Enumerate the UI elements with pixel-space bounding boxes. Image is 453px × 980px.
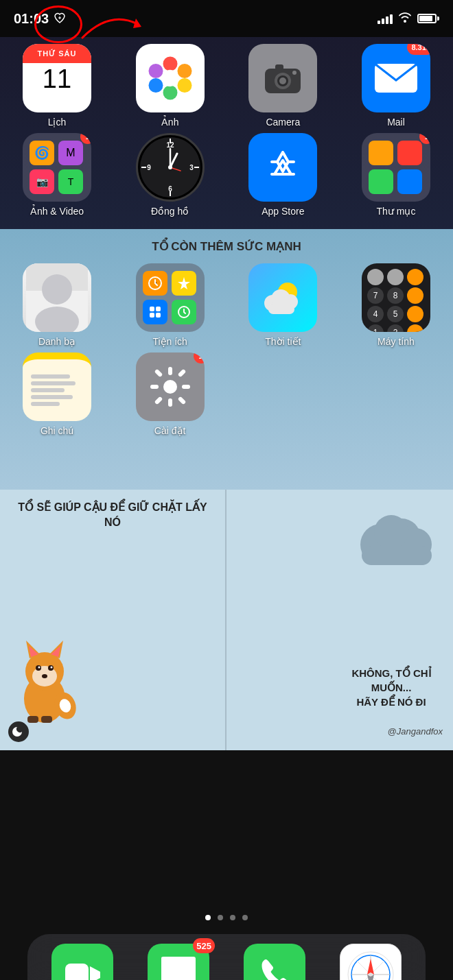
- dock-phone[interactable]: [244, 944, 305, 980]
- svg-point-6: [148, 64, 163, 78]
- dark-section: [0, 750, 453, 901]
- moon-logo: [8, 721, 29, 742]
- app-empty-2: [351, 352, 441, 436]
- svg-rect-51: [154, 396, 163, 405]
- camera-svg: [264, 62, 302, 95]
- facetime-icon[interactable]: [51, 944, 113, 980]
- settings-icon[interactable]: 1: [136, 352, 205, 421]
- app-contacts[interactable]: Danh bạ: [12, 263, 102, 347]
- page-dot-1[interactable]: [205, 915, 211, 920]
- app-photos[interactable]: Ảnh: [126, 44, 215, 128]
- mail-svg: [373, 62, 419, 94]
- svg-rect-73: [362, 546, 432, 565]
- app-camera[interactable]: Camera: [238, 44, 327, 128]
- appstore-label: App Store: [262, 206, 304, 217]
- calendar-day-num: 11: [43, 63, 71, 92]
- app-photo-video-folder[interactable]: 1 🌀 M 📷 T Ảnh & Video: [12, 133, 102, 217]
- svg-point-4: [163, 86, 177, 100]
- camera-icon[interactable]: [248, 44, 317, 112]
- weather-svg: [259, 277, 307, 318]
- page-dot-3[interactable]: [230, 915, 235, 920]
- signal-bar-3: [386, 16, 388, 24]
- svg-point-64: [38, 667, 40, 669]
- contacts-icon[interactable]: [23, 263, 91, 332]
- appstore-icon[interactable]: [248, 133, 317, 202]
- app-row-1: THỨ SÁU 11 Lịch: [12, 44, 441, 128]
- svg-rect-37: [156, 313, 161, 318]
- svg-marker-75: [90, 966, 100, 981]
- calendar-day-of-week: THỨ SÁU: [23, 44, 91, 63]
- time-text: 01:03: [14, 11, 49, 27]
- svg-rect-47: [150, 385, 159, 389]
- safari-icon[interactable]: [340, 944, 402, 980]
- app-utilities[interactable]: Tiện ích: [126, 263, 215, 347]
- app-row-1-container: THỨ SÁU 11 Lịch: [0, 37, 453, 229]
- contacts-label: Danh bạ: [38, 336, 76, 347]
- photos-icon[interactable]: [136, 44, 205, 112]
- dock-messages[interactable]: 525: [148, 944, 209, 980]
- dock-facetime[interactable]: [51, 944, 113, 980]
- svg-point-31: [42, 274, 72, 304]
- mail-icon[interactable]: 8.319: [362, 44, 430, 112]
- svg-rect-50: [177, 369, 186, 378]
- svg-point-3: [177, 78, 191, 93]
- app-clock[interactable]: 12 3 6 9: [126, 133, 215, 217]
- svg-point-2: [177, 64, 191, 78]
- clock-icon[interactable]: 12 3 6 9: [136, 133, 205, 202]
- app-row-4: Ghi chú 1: [12, 352, 441, 436]
- app-appstore[interactable]: App Store: [238, 133, 327, 217]
- settings-badge: 1: [194, 352, 205, 363]
- photo-video-folder-icon[interactable]: 1 🌀 M 📷 T: [23, 133, 91, 202]
- page-dot-2[interactable]: [218, 915, 223, 920]
- svg-rect-52: [177, 396, 186, 405]
- svg-text:3: 3: [189, 164, 194, 171]
- home-screen: THỨ SÁU 11 Lịch: [0, 37, 453, 980]
- svg-point-44: [163, 380, 177, 394]
- calculator-label: Máy tính: [378, 336, 415, 347]
- svg-point-13: [292, 71, 297, 75]
- mail-badge: 8.319: [407, 44, 430, 55]
- app-folder-thu-muc[interactable]: 1 Thư mục: [351, 133, 441, 217]
- app-row-3-container: Danh bạ: [0, 229, 453, 449]
- status-time: 01:03: [14, 11, 67, 27]
- svg-point-1: [163, 57, 177, 71]
- health-icon: [53, 12, 67, 26]
- photos-label: Ảnh: [161, 117, 179, 128]
- svg-rect-67: [27, 716, 38, 723]
- messages-badge: 525: [193, 938, 215, 953]
- app-notes[interactable]: Ghi chú: [12, 352, 102, 436]
- comic-right-text: KHÔNG, TỔ CHỈ MUỐN...HÃY ĐỂ NÓ ĐI: [336, 666, 446, 709]
- page-dot-4[interactable]: [242, 915, 248, 920]
- settings-label: Cài đặt: [154, 425, 186, 436]
- weather-label: Thời tiết: [265, 336, 301, 347]
- phone-screen: 01:03: [0, 0, 453, 980]
- app-calculator[interactable]: 7 8 4 5 1 2 Máy tính: [351, 263, 441, 347]
- settings-svg: [149, 366, 191, 408]
- calculator-icon[interactable]: 7 8 4 5 1 2: [362, 263, 430, 332]
- app-mail[interactable]: 8.319 Mail: [351, 44, 441, 128]
- mail-label: Mail: [387, 117, 405, 128]
- phone-svg: [257, 957, 292, 980]
- weather-icon[interactable]: [248, 263, 317, 332]
- calendar-icon[interactable]: THỨ SÁU 11: [23, 44, 91, 112]
- app-calendar[interactable]: THỨ SÁU 11 Lịch: [12, 44, 102, 128]
- calendar-label: Lịch: [48, 117, 67, 128]
- signal-bars: [378, 13, 393, 24]
- notes-icon[interactable]: [23, 352, 91, 421]
- contacts-svg: [26, 263, 88, 332]
- svg-point-27: [168, 165, 172, 169]
- thu-muc-icon[interactable]: 1: [362, 133, 430, 202]
- svg-point-11: [279, 77, 286, 84]
- utilities-icon[interactable]: [136, 263, 205, 332]
- wallpaper-middle: TỔ CÒN THÊM SỨC MẠNH: [0, 229, 453, 490]
- app-settings[interactable]: 1: [126, 352, 215, 436]
- app-empty-1: [238, 352, 327, 436]
- svg-rect-45: [168, 367, 172, 375]
- svg-rect-48: [182, 385, 190, 389]
- app-row-3: Danh bạ: [12, 263, 441, 347]
- svg-rect-35: [156, 307, 161, 311]
- status-right: [378, 12, 439, 25]
- phone-icon[interactable]: [244, 944, 305, 980]
- app-weather[interactable]: Thời tiết: [238, 263, 327, 347]
- dock-safari[interactable]: [340, 944, 402, 980]
